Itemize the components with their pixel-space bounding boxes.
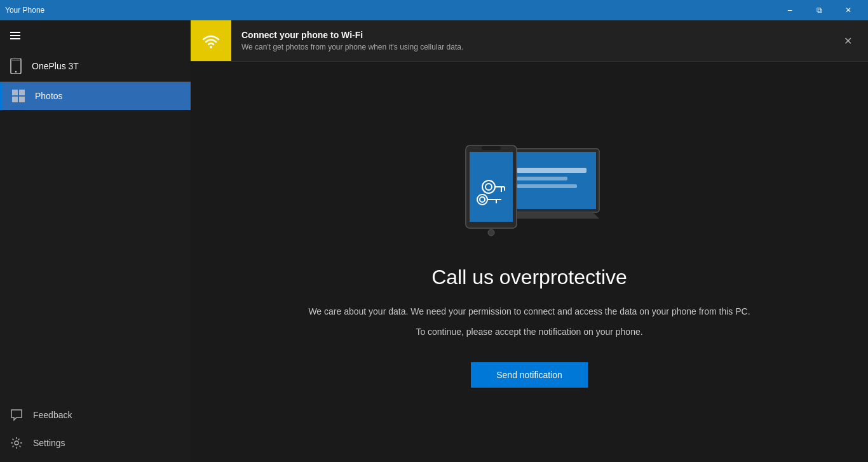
svg-rect-2 [10,38,20,39]
titlebar-left: Your Phone [5,6,44,15]
hamburger-button[interactable] [0,20,31,51]
svg-rect-14 [517,168,587,173]
svg-rect-15 [517,177,567,180]
feedback-icon [10,409,23,421]
feedback-item[interactable]: Feedback [0,401,191,429]
titlebar-controls: – ⧉ ✕ [775,0,863,20]
phone-icon [10,58,22,74]
restore-button[interactable]: ⧉ [804,0,834,20]
wifi-icon [201,31,221,51]
photos-label: Photos [35,91,63,101]
svg-rect-19 [482,146,501,150]
phone-item[interactable]: OnePlus 3T [0,51,191,82]
main-heading: Call us overprotective [431,266,627,289]
illustration [453,136,606,240]
hamburger-icon [10,32,20,39]
banner-subtitle: We can't get photos from your phone when… [241,43,827,51]
banner-title: Connect your phone to Wi-Fi [241,30,827,40]
minimize-button[interactable]: – [775,0,804,20]
photos-icon [12,90,25,102]
main-description: We care about your data. We need your pe… [308,304,750,318]
svg-rect-6 [12,90,18,95]
settings-item[interactable]: Settings [0,429,191,457]
svg-point-20 [488,229,494,236]
svg-rect-9 [19,97,25,102]
main-content: Connect your phone to Wi-Fi We can't get… [191,20,868,462]
banner-icon [191,20,231,61]
svg-rect-7 [19,90,25,95]
svg-rect-8 [12,97,18,102]
banner-text: Connect your phone to Wi-Fi We can't get… [231,22,837,59]
sidebar-bottom: Feedback Settings [0,401,191,462]
svg-rect-0 [10,32,20,33]
titlebar: Your Phone – ⧉ ✕ [0,0,868,20]
close-button[interactable]: ✕ [834,0,863,20]
center-content: Call us overprotective We care about you… [191,62,868,462]
app-body: OnePlus 3T Photos Feedback [0,20,868,462]
svg-point-4 [15,71,17,72]
settings-icon [10,437,23,449]
svg-rect-16 [517,184,577,188]
settings-label: Settings [33,438,65,448]
svg-point-10 [15,441,18,445]
main-description2: To continue, please accept the notificat… [416,327,642,337]
phone-laptop-illustration [453,136,606,238]
sidebar: OnePlus 3T Photos Feedback [0,20,191,462]
phone-name-label: OnePlus 3T [32,61,79,71]
wifi-banner: Connect your phone to Wi-Fi We can't get… [191,20,868,62]
app-name: Your Phone [5,6,44,15]
svg-rect-1 [10,35,20,36]
svg-point-11 [210,46,212,48]
photos-item[interactable]: Photos [0,82,191,110]
feedback-label: Feedback [33,410,72,420]
send-notification-button[interactable]: Send notification [471,362,588,388]
banner-close-button[interactable]: ✕ [837,31,858,51]
